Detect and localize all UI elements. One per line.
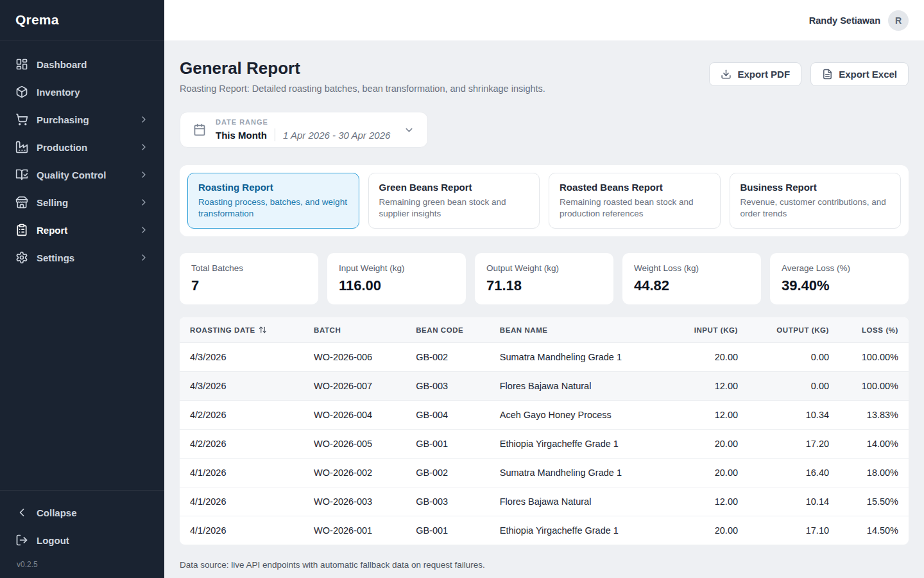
page-subtitle: Roasting Report: Detailed roasting batch… xyxy=(180,83,545,94)
cell-bean-code: GB-001 xyxy=(406,516,490,545)
avatar[interactable]: R xyxy=(888,10,909,31)
topbar: Randy Setiawan R xyxy=(164,0,924,40)
date-range-label: DATE RANGE xyxy=(216,118,390,126)
cell-batch: WO-2026-006 xyxy=(304,343,406,372)
stat-card-output-weight-kg-: Output Weight (kg)71.18 xyxy=(475,253,613,304)
cell-bean-name: Ethiopia Yirgacheffe Grade 1 xyxy=(490,516,665,545)
report-tab-title: Green Beans Report xyxy=(379,182,529,193)
cell-loss-: 13.83% xyxy=(839,401,909,430)
cell-input-kg-: 20.00 xyxy=(664,430,748,459)
column-header-loss-: Loss (%) xyxy=(839,317,909,343)
chevron-right-icon xyxy=(139,197,149,207)
page-head: General Report Roasting Report: Detailed… xyxy=(180,58,909,94)
cell-output-kg-: 10.34 xyxy=(748,401,839,430)
cell-bean-code: GB-004 xyxy=(406,401,490,430)
column-header-bean-name: Bean Name xyxy=(490,317,665,343)
column-header-label: Bean Code xyxy=(416,326,463,334)
cell-batch: WO-2026-004 xyxy=(304,401,406,430)
cell-input-kg-: 20.00 xyxy=(664,516,748,545)
sidebar-item-settings[interactable]: Settings xyxy=(8,245,157,270)
stat-card-input-weight-kg-: Input Weight (kg)116.00 xyxy=(327,253,466,304)
table-row[interactable]: 4/1/2026WO-2026-003GB-003Flores Bajawa N… xyxy=(180,487,909,516)
table-row[interactable]: 4/1/2026WO-2026-002GB-002Sumatra Mandhel… xyxy=(180,459,909,487)
sidebar-bottom: Collapse Logout v0.2.5 xyxy=(0,490,164,578)
column-header-label: Loss (%) xyxy=(862,326,898,334)
sidebar-item-inventory[interactable]: Inventory xyxy=(8,79,157,105)
cell-output-kg-: 0.00 xyxy=(748,343,839,372)
column-header-label: Output (kg) xyxy=(776,326,829,334)
sidebar-item-label: Report xyxy=(37,225,67,236)
cell-batch: WO-2026-002 xyxy=(304,459,406,487)
brand-logo: Qrema xyxy=(0,0,164,40)
chevron-left-icon xyxy=(15,506,28,519)
stats-cards: Total Batches7Input Weight (kg)116.00Out… xyxy=(180,253,909,304)
data-source-note: Data source: live API endpoints with aut… xyxy=(180,560,909,570)
table-row[interactable]: 4/3/2026WO-2026-006GB-002Sumatra Mandhel… xyxy=(180,343,909,372)
selling-icon xyxy=(15,196,28,209)
table-row[interactable]: 4/1/2026WO-2026-001GB-001Ethiopia Yirgac… xyxy=(180,516,909,545)
date-range-preset: This Month xyxy=(216,130,267,141)
download-icon xyxy=(721,69,732,80)
stat-label: Weight Loss (kg) xyxy=(634,263,749,273)
column-header-label: Bean Name xyxy=(500,326,548,334)
roasting-table-card: Roasting DateBatchBean CodeBean NameInpu… xyxy=(180,317,909,545)
stat-label: Average Loss (%) xyxy=(782,263,897,273)
sidebar-item-report[interactable]: Report xyxy=(8,217,157,243)
stat-card-weight-loss-kg-: Weight Loss (kg)44.82 xyxy=(622,253,761,304)
cell-output-kg-: 17.10 xyxy=(748,516,839,545)
table-header: Roasting DateBatchBean CodeBean NameInpu… xyxy=(180,317,909,343)
collapse-button[interactable]: Collapse xyxy=(8,500,157,525)
user-name: Randy Setiawan xyxy=(809,15,880,26)
report-tab-roasting-report[interactable]: Roasting ReportRoasting process, batches… xyxy=(187,173,359,229)
roasting-table: Roasting DateBatchBean CodeBean NameInpu… xyxy=(180,317,909,545)
report-icon xyxy=(15,223,28,236)
cell-loss-: 15.50% xyxy=(839,487,909,516)
table-row[interactable]: 4/3/2026WO-2026-007GB-003Flores Bajawa N… xyxy=(180,372,909,401)
logout-label: Logout xyxy=(37,535,69,546)
table-row[interactable]: 4/2/2026WO-2026-004GB-004Aceh Gayo Honey… xyxy=(180,401,909,430)
sidebar-item-purchasing[interactable]: Purchasing xyxy=(8,107,157,132)
cell-loss-: 100.00% xyxy=(839,343,909,372)
chevron-down-icon xyxy=(404,125,415,136)
sidebar-item-dashboard[interactable]: Dashboard xyxy=(8,51,157,77)
report-tab-roasted-beans-report[interactable]: Roasted Beans ReportRemaining roasted be… xyxy=(549,173,721,229)
report-tab-business-report[interactable]: Business ReportRevenue, customer contrib… xyxy=(730,173,902,229)
export-actions: Export PDF Export Excel xyxy=(709,62,909,86)
sidebar-item-label: Dashboard xyxy=(37,59,87,70)
chevron-right-icon xyxy=(139,114,149,125)
date-range-selector[interactable]: DATE RANGE This Month 1 Apr 2026 - 30 Ap… xyxy=(180,112,428,148)
stat-value: 7 xyxy=(191,277,307,294)
purchasing-icon xyxy=(15,113,28,126)
cell-batch: WO-2026-003 xyxy=(304,487,406,516)
sidebar-item-label: Inventory xyxy=(37,87,80,98)
cell-input-kg-: 12.00 xyxy=(664,401,748,430)
column-header-label: Batch xyxy=(314,326,341,334)
sidebar-item-quality-control[interactable]: Quality Control xyxy=(8,162,157,188)
report-tab-green-beans-report[interactable]: Green Beans ReportRemaining green bean s… xyxy=(368,173,540,229)
app-version: v0.2.5 xyxy=(8,555,157,572)
export-excel-button[interactable]: Export Excel xyxy=(810,62,909,86)
export-pdf-button[interactable]: Export PDF xyxy=(709,62,801,86)
cell-output-kg-: 16.40 xyxy=(748,459,839,487)
cell-roasting-date: 4/1/2026 xyxy=(180,516,304,545)
sidebar-item-production[interactable]: Production xyxy=(8,134,157,160)
stat-value: 116.00 xyxy=(339,277,454,294)
sidebar-item-selling[interactable]: Selling xyxy=(8,189,157,215)
production-icon xyxy=(15,141,28,153)
file-excel-icon xyxy=(822,69,833,80)
table-row[interactable]: 4/2/2026WO-2026-005GB-001Ethiopia Yirgac… xyxy=(180,430,909,459)
column-header-roasting-date[interactable]: Roasting Date xyxy=(180,317,304,343)
column-header-bean-code: Bean Code xyxy=(406,317,490,343)
report-tab-description: Roasting process, batches, and weight tr… xyxy=(198,197,348,220)
date-range-divider xyxy=(275,128,275,141)
cell-loss-: 18.00% xyxy=(839,459,909,487)
stat-value: 39.40% xyxy=(782,277,897,294)
cell-output-kg-: 17.20 xyxy=(748,430,839,459)
column-header-label: Roasting Date xyxy=(190,326,255,334)
logout-button[interactable]: Logout xyxy=(8,527,157,553)
table-body: 4/3/2026WO-2026-006GB-002Sumatra Mandhel… xyxy=(180,343,909,545)
date-range-dates: 1 Apr 2026 - 30 Apr 2026 xyxy=(283,130,390,141)
sidebar-item-label: Production xyxy=(37,142,87,153)
logout-icon xyxy=(15,534,28,547)
stat-label: Total Batches xyxy=(191,263,307,273)
